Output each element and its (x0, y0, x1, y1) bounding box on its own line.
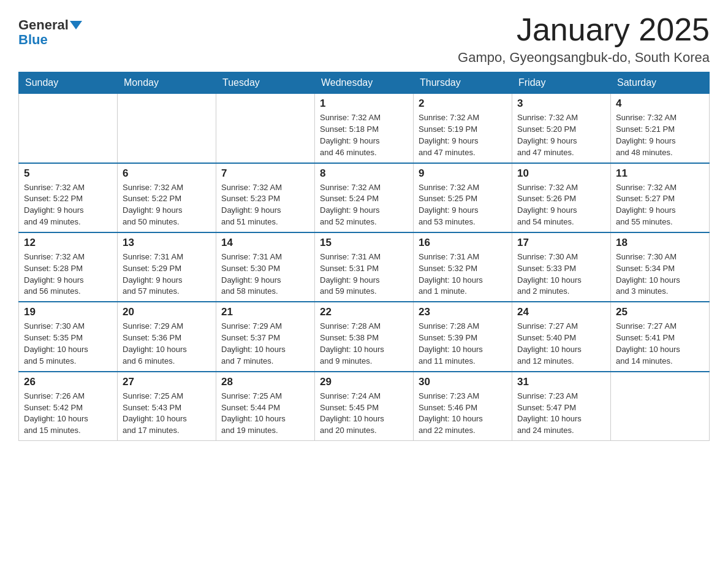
day-number: 21 (221, 306, 309, 318)
day-number: 29 (320, 376, 408, 388)
day-info: Sunrise: 7:32 AMSunset: 5:28 PMDaylight:… (24, 251, 112, 297)
day-info: Sunrise: 7:32 AMSunset: 5:20 PMDaylight:… (517, 112, 605, 158)
day-number: 17 (517, 237, 605, 249)
calendar-cell: 16Sunrise: 7:31 AMSunset: 5:32 PMDayligh… (414, 232, 512, 302)
month-title: January 2025 (458, 12, 710, 47)
day-info: Sunrise: 7:27 AMSunset: 5:40 PMDaylight:… (517, 321, 605, 367)
day-info: Sunrise: 7:31 AMSunset: 5:30 PMDaylight:… (221, 251, 309, 297)
calendar-cell: 25Sunrise: 7:27 AMSunset: 5:41 PMDayligh… (611, 302, 710, 371)
day-number: 25 (616, 306, 704, 318)
calendar-week-row: 12Sunrise: 7:32 AMSunset: 5:28 PMDayligh… (19, 232, 710, 302)
logo-blue: Blue (18, 32, 48, 48)
day-info: Sunrise: 7:25 AMSunset: 5:43 PMDaylight:… (123, 391, 211, 437)
day-number: 14 (221, 237, 309, 249)
day-number: 4 (616, 98, 704, 110)
calendar-cell: 15Sunrise: 7:31 AMSunset: 5:31 PMDayligh… (315, 232, 414, 302)
calendar-cell: 5Sunrise: 7:32 AMSunset: 5:22 PMDaylight… (19, 163, 118, 232)
calendar-cell: 14Sunrise: 7:31 AMSunset: 5:30 PMDayligh… (216, 232, 315, 302)
day-info: Sunrise: 7:24 AMSunset: 5:45 PMDaylight:… (320, 391, 408, 437)
day-number: 15 (320, 237, 408, 249)
day-info: Sunrise: 7:28 AMSunset: 5:38 PMDaylight:… (320, 321, 408, 367)
weekday-header-friday: Friday (512, 72, 611, 94)
calendar-cell: 8Sunrise: 7:32 AMSunset: 5:24 PMDaylight… (315, 163, 414, 232)
day-info: Sunrise: 7:32 AMSunset: 5:19 PMDaylight:… (419, 112, 507, 158)
calendar-cell (19, 94, 118, 163)
day-info: Sunrise: 7:23 AMSunset: 5:46 PMDaylight:… (419, 391, 507, 437)
day-info: Sunrise: 7:31 AMSunset: 5:29 PMDaylight:… (123, 251, 211, 297)
calendar-cell: 31Sunrise: 7:23 AMSunset: 5:47 PMDayligh… (512, 372, 611, 441)
weekday-header-wednesday: Wednesday (315, 72, 414, 94)
day-info: Sunrise: 7:32 AMSunset: 5:22 PMDaylight:… (24, 182, 112, 228)
weekday-header-thursday: Thursday (414, 72, 512, 94)
day-info: Sunrise: 7:30 AMSunset: 5:33 PMDaylight:… (517, 251, 605, 297)
day-info: Sunrise: 7:25 AMSunset: 5:44 PMDaylight:… (221, 391, 309, 437)
calendar-cell: 6Sunrise: 7:32 AMSunset: 5:22 PMDaylight… (118, 163, 216, 232)
day-number: 8 (320, 167, 408, 180)
calendar-cell: 11Sunrise: 7:32 AMSunset: 5:27 PMDayligh… (611, 163, 710, 232)
day-number: 11 (616, 167, 704, 180)
calendar-cell: 13Sunrise: 7:31 AMSunset: 5:29 PMDayligh… (118, 232, 216, 302)
calendar-cell: 24Sunrise: 7:27 AMSunset: 5:40 PMDayligh… (512, 302, 611, 371)
day-number: 2 (419, 98, 507, 110)
day-info: Sunrise: 7:28 AMSunset: 5:39 PMDaylight:… (419, 321, 507, 367)
day-info: Sunrise: 7:32 AMSunset: 5:18 PMDaylight:… (320, 112, 408, 158)
day-number: 30 (419, 376, 507, 388)
day-info: Sunrise: 7:32 AMSunset: 5:21 PMDaylight:… (616, 112, 704, 158)
day-info: Sunrise: 7:31 AMSunset: 5:32 PMDaylight:… (419, 251, 507, 297)
weekday-header-sunday: Sunday (19, 72, 118, 94)
day-info: Sunrise: 7:29 AMSunset: 5:36 PMDaylight:… (123, 321, 211, 367)
calendar-cell: 4Sunrise: 7:32 AMSunset: 5:21 PMDaylight… (611, 94, 710, 163)
weekday-header-row: SundayMondayTuesdayWednesdayThursdayFrid… (19, 72, 710, 94)
calendar-cell: 18Sunrise: 7:30 AMSunset: 5:34 PMDayligh… (611, 232, 710, 302)
calendar-cell: 26Sunrise: 7:26 AMSunset: 5:42 PMDayligh… (19, 372, 118, 441)
day-number: 23 (419, 306, 507, 318)
calendar-week-row: 19Sunrise: 7:30 AMSunset: 5:35 PMDayligh… (19, 302, 710, 371)
calendar-cell: 7Sunrise: 7:32 AMSunset: 5:23 PMDaylight… (216, 163, 315, 232)
calendar-cell: 3Sunrise: 7:32 AMSunset: 5:20 PMDaylight… (512, 94, 611, 163)
calendar-cell (118, 94, 216, 163)
day-number: 28 (221, 376, 309, 388)
day-info: Sunrise: 7:26 AMSunset: 5:42 PMDaylight:… (24, 391, 112, 437)
calendar-cell (216, 94, 315, 163)
calendar-week-row: 5Sunrise: 7:32 AMSunset: 5:22 PMDaylight… (19, 163, 710, 232)
calendar-week-row: 26Sunrise: 7:26 AMSunset: 5:42 PMDayligh… (19, 372, 710, 441)
calendar-cell: 2Sunrise: 7:32 AMSunset: 5:19 PMDaylight… (414, 94, 512, 163)
calendar-cell: 21Sunrise: 7:29 AMSunset: 5:37 PMDayligh… (216, 302, 315, 371)
day-info: Sunrise: 7:27 AMSunset: 5:41 PMDaylight:… (616, 321, 704, 367)
calendar-cell: 23Sunrise: 7:28 AMSunset: 5:39 PMDayligh… (414, 302, 512, 371)
day-number: 1 (320, 98, 408, 110)
day-info: Sunrise: 7:32 AMSunset: 5:22 PMDaylight:… (123, 182, 211, 228)
day-info: Sunrise: 7:32 AMSunset: 5:27 PMDaylight:… (616, 182, 704, 228)
day-number: 16 (419, 237, 507, 249)
day-info: Sunrise: 7:23 AMSunset: 5:47 PMDaylight:… (517, 391, 605, 437)
day-number: 22 (320, 306, 408, 318)
location-title: Gampo, Gyeongsangbuk-do, South Korea (458, 50, 710, 66)
logo: General Blue (18, 18, 82, 48)
title-section: January 2025 Gampo, Gyeongsangbuk-do, So… (458, 12, 710, 66)
day-number: 13 (123, 237, 211, 249)
calendar-cell: 19Sunrise: 7:30 AMSunset: 5:35 PMDayligh… (19, 302, 118, 371)
calendar-cell: 20Sunrise: 7:29 AMSunset: 5:36 PMDayligh… (118, 302, 216, 371)
day-number: 5 (24, 167, 112, 180)
calendar-cell: 12Sunrise: 7:32 AMSunset: 5:28 PMDayligh… (19, 232, 118, 302)
calendar-week-row: 1Sunrise: 7:32 AMSunset: 5:18 PMDaylight… (19, 94, 710, 163)
day-number: 10 (517, 167, 605, 180)
day-info: Sunrise: 7:30 AMSunset: 5:35 PMDaylight:… (24, 321, 112, 367)
day-number: 6 (123, 167, 211, 180)
day-number: 26 (24, 376, 112, 388)
day-number: 9 (419, 167, 507, 180)
calendar-cell: 1Sunrise: 7:32 AMSunset: 5:18 PMDaylight… (315, 94, 414, 163)
day-number: 19 (24, 306, 112, 318)
day-number: 3 (517, 98, 605, 110)
weekday-header-monday: Monday (118, 72, 216, 94)
day-info: Sunrise: 7:32 AMSunset: 5:23 PMDaylight:… (221, 182, 309, 228)
day-number: 27 (123, 376, 211, 388)
weekday-header-tuesday: Tuesday (216, 72, 315, 94)
day-info: Sunrise: 7:32 AMSunset: 5:24 PMDaylight:… (320, 182, 408, 228)
calendar-table: SundayMondayTuesdayWednesdayThursdayFrid… (18, 72, 710, 441)
calendar-cell: 10Sunrise: 7:32 AMSunset: 5:26 PMDayligh… (512, 163, 611, 232)
logo-general: General (18, 18, 69, 32)
calendar-cell: 30Sunrise: 7:23 AMSunset: 5:46 PMDayligh… (414, 372, 512, 441)
calendar-cell: 27Sunrise: 7:25 AMSunset: 5:43 PMDayligh… (118, 372, 216, 441)
calendar-cell: 28Sunrise: 7:25 AMSunset: 5:44 PMDayligh… (216, 372, 315, 441)
